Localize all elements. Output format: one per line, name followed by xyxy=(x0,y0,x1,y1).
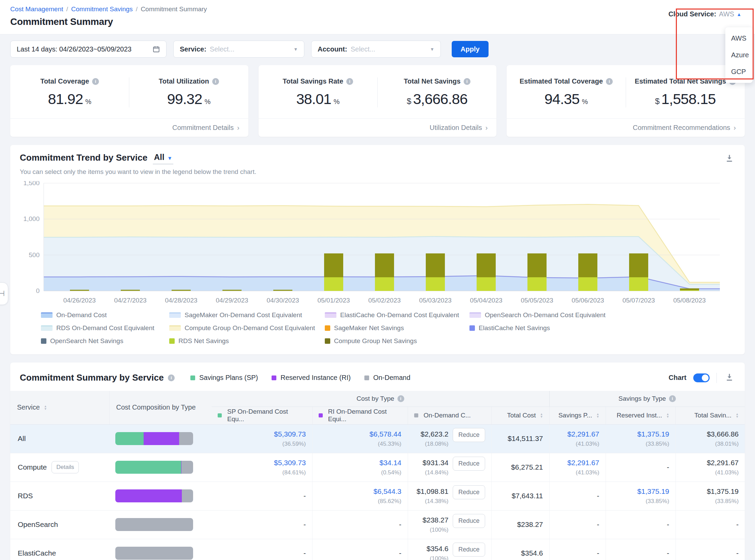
cloud-service-selector[interactable]: Cloud Service: AWS ▲ xyxy=(668,10,741,18)
reduce-button[interactable]: Reduce xyxy=(453,428,485,442)
breadcrumb-item[interactable]: Cost Management xyxy=(10,5,63,13)
card-footer-link[interactable]: Utilization Details› xyxy=(259,118,497,137)
total-cost-cell: $14,511.37 xyxy=(491,424,549,453)
info-icon[interactable]: i xyxy=(212,78,219,85)
legend-item[interactable]: ElastiCache Net Savings xyxy=(469,324,735,332)
info-icon[interactable]: i xyxy=(397,395,404,402)
table-section-header: Commitment Summary by Service i Savings … xyxy=(10,363,745,391)
column-header-on-demand: On-Demand C... xyxy=(408,407,491,424)
legend-item[interactable]: OpenSearch Net Savings xyxy=(41,337,169,345)
svg-text:1,500: 1,500 xyxy=(23,181,40,187)
legend-label: Compute Group Net Savings xyxy=(334,337,417,345)
service-cell: ElastiCache xyxy=(10,539,109,560)
cloud-service-option[interactable]: AWS xyxy=(725,30,753,47)
table-row: ComputeDetails$5,309.73(84.61%)$34.14(0.… xyxy=(10,453,745,482)
cell-value: $6,544.3 xyxy=(319,487,402,496)
download-icon xyxy=(725,373,734,382)
info-icon[interactable]: i xyxy=(346,78,353,85)
legend-item[interactable]: Compute Group Net Savings xyxy=(325,337,469,345)
breadcrumb-item: Commitment Summary xyxy=(141,5,207,13)
svg-text:05/05/2023: 05/05/2023 xyxy=(521,297,553,304)
metric-value: 99.32% xyxy=(129,91,248,107)
empty-value: - xyxy=(736,520,739,528)
info-icon[interactable]: i xyxy=(669,395,676,402)
service-select[interactable]: Service: Select... ▼ xyxy=(173,41,304,58)
column-header-reserved-instance[interactable]: Reserved Inst...▲▼ xyxy=(606,407,676,424)
details-button[interactable]: Details xyxy=(52,461,79,473)
date-range-picker[interactable]: Last 14 days: 04/26/2023~05/09/2023 xyxy=(10,41,166,58)
service-name: All xyxy=(18,434,26,443)
cloud-service-option[interactable]: Azure xyxy=(725,47,753,63)
column-header-savings-plans[interactable]: Savings P...▲▼ xyxy=(549,407,606,424)
cloud-service-menu: AWSAzureGCP xyxy=(725,27,753,83)
apply-button[interactable]: Apply xyxy=(452,41,489,57)
service-name: Compute xyxy=(18,463,47,471)
info-icon[interactable]: i xyxy=(606,78,613,85)
legend-item[interactable]: OpenSearch On-Demand Cost Equivalent xyxy=(469,311,735,319)
legend-item[interactable]: SageMaker Net Savings xyxy=(325,324,469,332)
svg-text:500: 500 xyxy=(29,251,40,259)
legend-swatch xyxy=(325,325,330,331)
service-cell: RDS xyxy=(10,482,109,510)
composition-segment xyxy=(115,547,193,560)
legend-item[interactable]: ElastiCache On-Demand Cost Equivalent xyxy=(325,311,469,319)
info-icon[interactable]: i xyxy=(464,78,470,85)
service-cell: OpenSearch xyxy=(10,510,109,539)
bar-segment xyxy=(375,253,394,277)
legend-item[interactable]: On-Demand Cost xyxy=(41,311,169,319)
cell-value: $34.14 xyxy=(319,459,402,467)
panel-collapse-handle[interactable]: ⊣ xyxy=(0,282,8,305)
metric: Estimated Total Coveragei94.35% xyxy=(507,77,625,107)
chevron-down-icon: ▼ xyxy=(430,47,434,52)
cell-value: $1,098.81 xyxy=(417,487,448,496)
total-savings-cell: $1,375.19(33.85%) xyxy=(676,482,745,510)
chart-toggle[interactable] xyxy=(693,373,710,382)
composition-bar xyxy=(115,547,193,560)
column-header-service[interactable]: Service▲▼ xyxy=(10,391,109,424)
chevron-right-icon: › xyxy=(237,124,239,131)
legend-label: OpenSearch On-Demand Cost Equivalent xyxy=(485,311,606,319)
download-table-button[interactable] xyxy=(724,371,735,384)
reserved-instance-cell: $1,375.19(33.85%) xyxy=(606,424,676,453)
account-select[interactable]: Account: Select... ▼ xyxy=(311,41,441,58)
reduce-button[interactable]: Reduce xyxy=(453,514,485,528)
legend-item[interactable]: Compute Group On-Demand Cost Equivalent xyxy=(169,324,325,332)
download-chart-button[interactable] xyxy=(724,152,735,165)
table-legend: Savings Plans (SP)Reserved Instance (RI)… xyxy=(190,374,410,382)
empty-value: - xyxy=(399,520,402,528)
cell-percent: (38.01%) xyxy=(682,441,739,447)
info-icon[interactable]: i xyxy=(168,374,175,381)
svg-text:05/03/2023: 05/03/2023 xyxy=(419,297,451,304)
bar-segment xyxy=(629,277,648,291)
reduce-button[interactable]: Reduce xyxy=(453,457,485,471)
reduce-button[interactable]: Reduce xyxy=(453,485,485,499)
on-demand-cost-cell: $1,098.81(14.38%)Reduce xyxy=(408,482,491,510)
empty-value: - xyxy=(304,549,306,557)
sp-cost-cell: - xyxy=(212,482,312,510)
trend-service-filter[interactable]: All ▼ xyxy=(153,152,173,164)
legend-item[interactable]: SageMaker On-Demand Cost Equivalent xyxy=(169,311,325,319)
info-icon[interactable]: i xyxy=(92,78,99,85)
legend-item[interactable]: RDS On-Demand Cost Equivalent xyxy=(41,324,169,332)
bar-segment xyxy=(680,289,699,290)
breadcrumb-separator: / xyxy=(66,5,68,13)
cost-type-legend-item[interactable]: Savings Plans (SP) xyxy=(190,374,258,382)
chart-toggle-label: Chart xyxy=(669,374,686,382)
breadcrumb-item[interactable]: Commitment Savings xyxy=(71,5,133,13)
legend-item[interactable]: RDS Net Savings xyxy=(169,337,325,345)
column-header-total-savings[interactable]: Total Savin...▲▼ xyxy=(676,407,745,424)
cost-type-legend-item[interactable]: On-Demand xyxy=(364,374,410,382)
legend-swatch xyxy=(364,375,369,380)
service-name: RDS xyxy=(18,492,33,500)
card-footer-link[interactable]: Commitment Recommendations› xyxy=(507,118,745,137)
cloud-service-option[interactable]: GCP xyxy=(725,63,753,80)
metric-card: Total Coveragei81.92%Total Utilizationi9… xyxy=(10,65,248,137)
total-cost-cell: $7,643.11 xyxy=(491,482,549,510)
card-footer-link[interactable]: Commitment Details› xyxy=(10,118,248,137)
ri-cost-cell: $6,544.3(85.62%) xyxy=(312,482,408,510)
reserved-instance-cell: - xyxy=(606,539,676,560)
reduce-button[interactable]: Reduce xyxy=(453,543,485,557)
cost-type-legend-item[interactable]: Reserved Instance (RI) xyxy=(272,374,351,382)
column-header-total-cost[interactable]: Total Cost▲▼ xyxy=(491,407,549,424)
legend-swatch xyxy=(272,375,276,380)
